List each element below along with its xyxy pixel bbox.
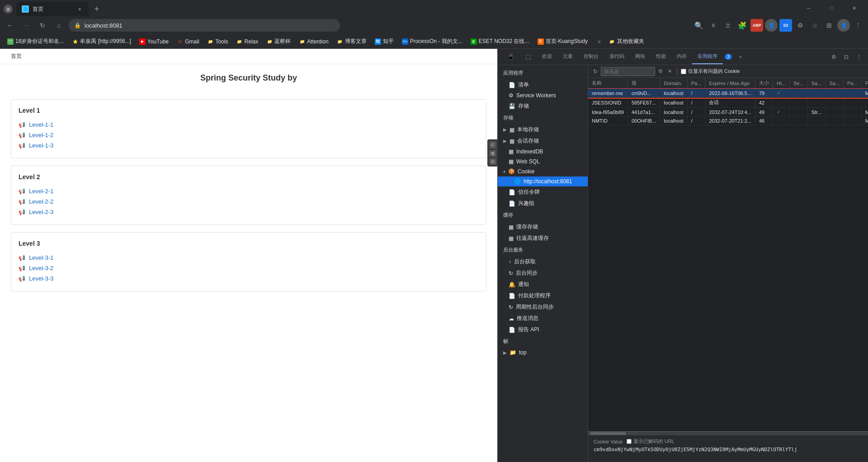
- payment-item[interactable]: 📄 付款处理程序: [498, 290, 588, 301]
- new-tab-button[interactable]: +: [90, 3, 103, 15]
- manifest-item[interactable]: 📄 清单: [498, 79, 588, 90]
- level3-item2[interactable]: 📢 Level-3-2: [19, 263, 479, 273]
- tab-memory[interactable]: 内存: [671, 49, 692, 64]
- level3-item3[interactable]: 📢 Level-3-3: [19, 273, 479, 284]
- bookmark-other-collections[interactable]: 📁 其他收藏夹: [605, 37, 648, 46]
- top-frame-group[interactable]: ▶ 📁 top: [498, 348, 588, 357]
- adblock-button[interactable]: ABP: [750, 19, 763, 32]
- more-options[interactable]: ⋮: [852, 19, 864, 32]
- level2-item2[interactable]: 📢 Level-2-2: [19, 196, 479, 207]
- s2-button[interactable]: S2: [779, 19, 792, 32]
- tab-elements[interactable]: 元素: [557, 49, 578, 64]
- bookmark-tool-button[interactable]: 记: [489, 158, 496, 165]
- clear-filter-button[interactable]: ✕: [666, 68, 673, 75]
- tab-close-button[interactable]: ✕: [76, 5, 83, 13]
- service-workers-item[interactable]: ⚙ Service Workers: [498, 90, 588, 100]
- tab-performance[interactable]: 性能: [651, 49, 671, 64]
- cookie-group[interactable]: ▾ 🍪 Cookie: [498, 167, 588, 176]
- decode-url-checkbox[interactable]: [627, 439, 632, 444]
- notification-badge: 3: [725, 54, 732, 60]
- tab-sources[interactable]: 源代码: [604, 49, 630, 64]
- bookmark-processon[interactable]: On ProcessOn - 我的文...: [398, 37, 466, 46]
- level1-item2[interactable]: 📢 Level-1-2: [19, 130, 479, 140]
- scrollbar-thumb[interactable]: [590, 432, 626, 435]
- tab-more[interactable]: »: [734, 50, 747, 64]
- cache-storage-item[interactable]: ▦ 缓存存储: [498, 221, 588, 233]
- tab-device-toolbar[interactable]: 📱: [501, 49, 520, 65]
- filter-issues-label[interactable]: 仅显示有问题的 Cookie: [681, 68, 740, 75]
- address-bar[interactable]: 🔒 localhost:8081: [69, 19, 340, 32]
- bookmark-id-card[interactable]: 🛡 18岁身份证号和名...: [4, 37, 67, 46]
- level1-item1[interactable]: 📢 Level-1-1: [19, 119, 479, 130]
- profile-avatar[interactable]: 👤: [837, 19, 850, 32]
- font-button[interactable]: A: [707, 19, 720, 32]
- cookie-row-jsessionid[interactable]: JSESSIONID 585FE67... localhost / 会话 42: [588, 98, 868, 108]
- dock-button[interactable]: ⊡: [841, 52, 852, 62]
- bookmark-tools[interactable]: 📁 Tools: [204, 38, 232, 46]
- more-options-button[interactable]: ⋮: [854, 52, 864, 62]
- level2-item1[interactable]: 📢 Level-2-1: [19, 186, 479, 196]
- tab-welcome[interactable]: 欢迎: [537, 49, 557, 64]
- horizontal-scrollbar[interactable]: [588, 431, 868, 435]
- tab-application[interactable]: 应用程序: [692, 49, 723, 64]
- cookie-row-idea[interactable]: Idea-f65a0b89 441d7a1... localhost / 203…: [588, 108, 868, 117]
- copy-tool-button[interactable]: C: [489, 141, 496, 148]
- local-storage-group[interactable]: ▶ ▦ 本地存储: [498, 124, 588, 135]
- more-bookmarks-button[interactable]: »: [594, 38, 604, 46]
- bookmark-mouquanyu[interactable]: ⭐ 牟泉禹 [http://9956...]: [68, 37, 135, 46]
- refresh-cookies-button[interactable]: ↻: [592, 68, 599, 75]
- cookie-row-nmtid[interactable]: NMTID 00OHFlB... localhost / 2032-07-20T…: [588, 117, 868, 125]
- push-msg-item[interactable]: ☁ 推送消息: [498, 313, 588, 324]
- settings-button[interactable]: ⚙: [828, 52, 839, 62]
- level3-item1[interactable]: 📢 Level-3-1: [19, 252, 479, 263]
- indexeddb-item[interactable]: ▦ IndexedDB: [498, 147, 588, 157]
- bookmark-attention[interactable]: 📁 Attention: [295, 38, 332, 46]
- bookmark-zhihu[interactable]: 知 知乎: [371, 37, 397, 46]
- extension-button[interactable]: 🧩: [736, 19, 749, 32]
- cookie-row-remember-me[interactable]: remember-me cm9vD... localhost / 2022-08…: [588, 89, 868, 98]
- periodic-sync-item[interactable]: ↻ 周期性后台同步: [498, 301, 588, 313]
- session-storage-group[interactable]: ▶ ▦ 会话存储: [498, 135, 588, 147]
- minimize-button[interactable]: ─: [798, 1, 819, 15]
- bookmark-youtube[interactable]: ▶ YouTube: [136, 38, 172, 46]
- bookmark-star[interactable]: ☆: [808, 19, 821, 32]
- level2-item3[interactable]: 📢 Level-2-3: [19, 207, 479, 217]
- interest-group-item[interactable]: 📄 兴趣组: [498, 198, 588, 209]
- back-button[interactable]: ←: [4, 19, 16, 32]
- tab-network[interactable]: 网络: [630, 49, 651, 64]
- user-avatar[interactable]: 👤: [765, 19, 778, 32]
- refresh-button[interactable]: ↻: [36, 19, 49, 32]
- bg-sync-item[interactable]: ↻ 后台同步: [498, 267, 588, 279]
- maximize-button[interactable]: □: [821, 1, 842, 15]
- bookmark-lanqiao[interactable]: 📁 蓝桥杯: [263, 37, 294, 46]
- bookmark-kuangstudy[interactable]: 首 首页-KuangStudy: [534, 37, 591, 46]
- reporting-api-item[interactable]: 📄 报告 API: [498, 324, 588, 335]
- note-tool-button[interactable]: 笔: [489, 150, 496, 157]
- storage-overview-item[interactable]: 💾 存储: [498, 100, 588, 112]
- active-tab[interactable]: 🌐 首页 ✕: [16, 2, 89, 16]
- notifications-item[interactable]: 🔔 通知: [498, 279, 588, 290]
- extensions-manager[interactable]: ⚙: [794, 19, 807, 32]
- trust-token-item[interactable]: 📄 信任令牌: [498, 186, 588, 198]
- home-button[interactable]: ⌂: [52, 19, 65, 32]
- tab-console[interactable]: 控制台: [578, 49, 604, 64]
- decode-url-label[interactable]: 显示已解码的 URL: [627, 438, 675, 445]
- search-button[interactable]: 🔍: [693, 19, 705, 32]
- bookmark-blog[interactable]: 📁 博客文章: [333, 37, 370, 46]
- bookmark-gmail[interactable]: M Gmail: [173, 38, 203, 46]
- bg-fetch-item[interactable]: ↑ 后台获取: [498, 256, 588, 267]
- tab-inspect[interactable]: ⬚: [520, 49, 537, 65]
- filter-options-button[interactable]: ⚙: [657, 68, 664, 75]
- cookie-search-input[interactable]: [601, 67, 655, 76]
- filter-issues-checkbox[interactable]: [681, 69, 686, 74]
- collection-button[interactable]: ⊞: [823, 19, 835, 32]
- translate-button[interactable]: 文: [722, 19, 734, 32]
- websql-item[interactable]: ▦ Web SQL: [498, 157, 588, 167]
- cookie-localhost-item[interactable]: 🌐 http://localhost:8081: [498, 176, 588, 186]
- bookmark-eset[interactable]: E ESET NOD32 在线...: [467, 37, 533, 46]
- bookmark-relax[interactable]: 📁 Relax: [233, 38, 262, 46]
- level1-item3[interactable]: 📢 Level-1-3: [19, 140, 479, 151]
- back-forward-item[interactable]: ▦ 往返高速缓存: [498, 233, 588, 244]
- forward-button[interactable]: →: [20, 19, 33, 32]
- close-button[interactable]: ✕: [844, 1, 864, 15]
